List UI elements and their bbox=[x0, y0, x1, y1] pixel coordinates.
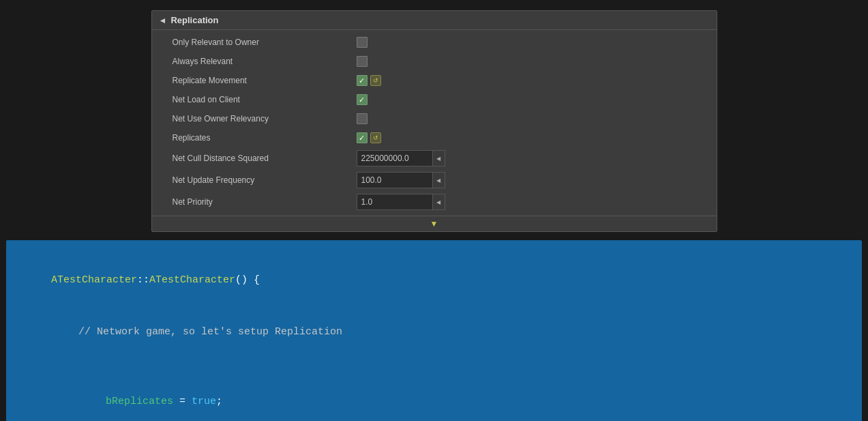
label-only-relevant: Only Relevant to Owner bbox=[173, 38, 357, 47]
code-parens: () bbox=[235, 274, 248, 286]
number-value-net-update-frequency: 100.0 bbox=[357, 173, 432, 188]
collapse-arrow[interactable]: ◄ bbox=[159, 16, 167, 25]
code-comment-network: // Network game, so let's setup Replicat… bbox=[78, 326, 342, 338]
label-net-cull-distance: Net Cull Distance Squared bbox=[173, 154, 357, 163]
label-replicate-movement: Replicate Movement bbox=[173, 76, 357, 85]
property-row-always-relevant: Always Relevant bbox=[152, 52, 717, 71]
reset-replicate-movement-icon[interactable]: ↺ bbox=[370, 75, 381, 86]
number-field-net-priority[interactable]: 1.0 ◀ bbox=[357, 194, 445, 210]
value-net-use-owner-relevancy bbox=[357, 113, 368, 124]
replication-panel: ◄ Replication Only Relevant to Owner Alw… bbox=[151, 10, 717, 232]
number-arrow-net-update-frequency[interactable]: ◀ bbox=[432, 173, 445, 188]
value-net-cull-distance: 225000000.0 ◀ bbox=[357, 150, 445, 166]
value-net-priority: 1.0 ◀ bbox=[357, 194, 445, 210]
label-always-relevant: Always Relevant bbox=[173, 57, 357, 66]
panel-body: Only Relevant to Owner Always Relevant R… bbox=[152, 30, 717, 216]
property-row-net-load-on-client: Net Load on Client ✓ bbox=[152, 90, 717, 109]
value-always-relevant bbox=[357, 56, 368, 67]
number-field-net-update-frequency[interactable]: 100.0 ◀ bbox=[357, 172, 445, 188]
checkbox-always-relevant[interactable] bbox=[357, 56, 368, 67]
panel-footer: ▼ bbox=[152, 216, 717, 231]
code-class-name: ATestCharacter bbox=[51, 274, 137, 286]
property-row-net-update-frequency: Net Update Frequency 100.0 ◀ bbox=[152, 169, 717, 191]
number-arrow-net-priority[interactable]: ◀ bbox=[432, 194, 445, 209]
value-net-update-frequency: 100.0 ◀ bbox=[357, 172, 445, 188]
code-eq-1: = bbox=[173, 396, 192, 407]
property-row-net-cull-distance: Net Cull Distance Squared 225000000.0 ◀ bbox=[152, 147, 717, 169]
code-semi-1: ; bbox=[216, 396, 222, 407]
code-val-true-1: true bbox=[192, 396, 216, 407]
code-line-2: // Network game, so let's setup Replicat… bbox=[27, 306, 841, 359]
value-only-relevant bbox=[357, 37, 368, 48]
number-value-net-cull-distance: 225000000.0 bbox=[357, 151, 432, 166]
label-replicates: Replicates bbox=[173, 133, 357, 143]
value-net-load-on-client: ✓ bbox=[357, 94, 368, 105]
number-value-net-priority: 1.0 bbox=[357, 194, 432, 209]
label-net-load-on-client: Net Load on Client bbox=[173, 95, 357, 104]
label-net-use-owner-relevancy: Net Use Owner Relevancy bbox=[173, 114, 357, 124]
checkbox-net-use-owner-relevancy[interactable] bbox=[357, 113, 368, 124]
property-row-net-use-owner-relevancy: Net Use Owner Relevancy bbox=[152, 109, 717, 128]
label-net-update-frequency: Net Update Frequency bbox=[173, 175, 357, 185]
panel-header[interactable]: ◄ Replication bbox=[152, 11, 717, 30]
label-net-priority: Net Priority bbox=[173, 197, 357, 207]
code-open-brace: { bbox=[248, 274, 260, 286]
code-line-3: bReplicates = true; bbox=[27, 376, 841, 422]
code-var-breplicates: bReplicates bbox=[106, 396, 173, 407]
panel-expand-arrow[interactable]: ▼ bbox=[430, 219, 438, 229]
checkbox-replicates[interactable]: ✓ bbox=[357, 132, 368, 143]
checkbox-net-load-on-client[interactable]: ✓ bbox=[357, 94, 368, 105]
code-panel: ATestCharacter::ATestCharacter() { // Ne… bbox=[6, 240, 862, 421]
code-func-name: ATestCharacter bbox=[149, 274, 235, 286]
number-field-net-cull-distance[interactable]: 225000000.0 ◀ bbox=[357, 150, 445, 166]
value-replicate-movement: ✓ ↺ bbox=[357, 75, 381, 86]
code-line-spacer bbox=[27, 358, 841, 376]
reset-replicates-icon[interactable]: ↺ bbox=[370, 132, 381, 143]
number-arrow-net-cull-distance[interactable]: ◀ bbox=[432, 151, 445, 166]
value-replicates: ✓ ↺ bbox=[357, 132, 381, 143]
panel-title: Replication bbox=[170, 15, 218, 25]
code-line-1: ATestCharacter::ATestCharacter() { bbox=[27, 254, 841, 306]
property-row-only-relevant: Only Relevant to Owner bbox=[152, 33, 717, 52]
code-scope-op: :: bbox=[137, 274, 149, 286]
checkbox-only-relevant[interactable] bbox=[357, 37, 368, 48]
property-row-replicate-movement: Replicate Movement ✓ ↺ bbox=[152, 71, 717, 90]
property-row-net-priority: Net Priority 1.0 ◀ bbox=[152, 191, 717, 213]
checkbox-replicate-movement[interactable]: ✓ bbox=[357, 75, 368, 86]
property-row-replicates: Replicates ✓ ↺ bbox=[152, 128, 717, 147]
